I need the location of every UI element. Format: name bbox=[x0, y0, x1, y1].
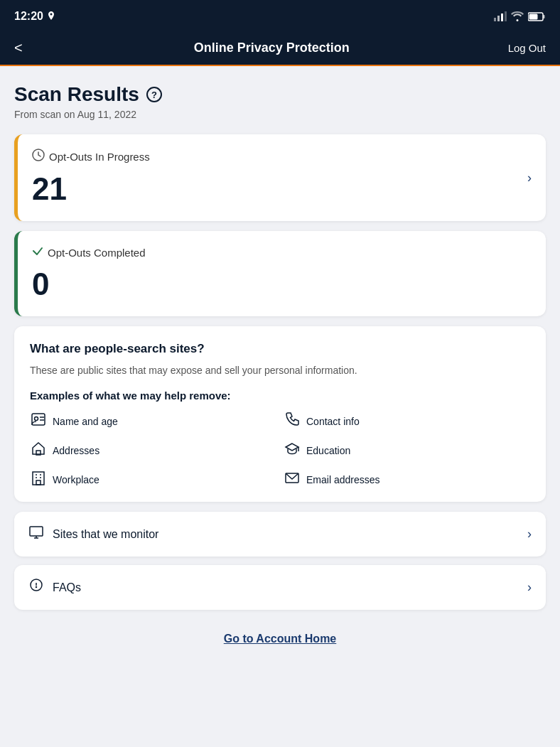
wifi-icon bbox=[511, 11, 524, 21]
sites-monitor-card[interactable]: Sites that we monitor › bbox=[14, 512, 546, 557]
contact-info-label: Contact info bbox=[306, 416, 360, 427]
example-education: Education bbox=[284, 441, 530, 460]
info-card-title: What are people-search sites? bbox=[30, 342, 530, 356]
opt-outs-in-progress-count: 21 bbox=[32, 171, 532, 207]
name-age-label: Name and age bbox=[53, 416, 118, 427]
home-icon bbox=[30, 441, 47, 460]
scan-results-title: Scan Results bbox=[14, 83, 139, 106]
svg-rect-3 bbox=[505, 11, 507, 21]
svg-rect-0 bbox=[494, 18, 496, 21]
example-name-age: Name and age bbox=[30, 412, 276, 431]
example-contact-info: Contact info bbox=[284, 412, 530, 431]
svg-rect-6 bbox=[529, 14, 538, 19]
svg-rect-21 bbox=[30, 527, 43, 536]
signal-icon bbox=[494, 11, 507, 21]
building-icon bbox=[30, 470, 47, 489]
opt-outs-in-progress-card[interactable]: Opt-Outs In Progress 21 › bbox=[14, 134, 546, 221]
in-progress-icon bbox=[32, 149, 45, 164]
logout-button[interactable]: Log Out bbox=[508, 42, 546, 54]
nav-title: Online Privacy Protection bbox=[36, 41, 508, 55]
battery-icon bbox=[528, 12, 546, 21]
info-card: What are people-search sites? These are … bbox=[14, 326, 546, 502]
completed-icon bbox=[32, 245, 43, 259]
faqs-arrow[interactable]: › bbox=[527, 580, 532, 595]
opt-outs-completed-card: Opt-Outs Completed 0 bbox=[14, 231, 546, 316]
faqs-label: FAQs bbox=[53, 581, 81, 594]
phone-icon bbox=[284, 412, 301, 431]
back-button[interactable]: < bbox=[14, 40, 36, 56]
time-display: 12:20 bbox=[14, 10, 43, 23]
status-bar: 12:20 bbox=[0, 0, 560, 31]
example-workplace: Workplace bbox=[30, 470, 276, 489]
main-content: Scan Results ? From scan on Aug 11, 2022… bbox=[0, 66, 560, 742]
nav-bar: < Online Privacy Protection Log Out bbox=[0, 31, 560, 66]
info-card-desc: These are public sites that may expose a… bbox=[30, 363, 530, 378]
svg-rect-14 bbox=[33, 472, 44, 485]
faqs-left: FAQs bbox=[28, 578, 81, 597]
sites-monitor-label: Sites that we monitor bbox=[53, 528, 158, 541]
sites-monitor-arrow[interactable]: › bbox=[527, 527, 532, 542]
opt-outs-completed-label: Opt-Outs Completed bbox=[32, 245, 532, 259]
svg-rect-19 bbox=[36, 480, 41, 485]
examples-grid: Name and age Contact info bbox=[30, 412, 530, 489]
education-label: Education bbox=[306, 445, 350, 456]
faqs-card[interactable]: FAQs › bbox=[14, 565, 546, 610]
portrait-icon bbox=[30, 412, 47, 431]
email-label: Email addresses bbox=[306, 474, 380, 485]
scan-header: Scan Results ? From scan on Aug 11, 2022 bbox=[14, 83, 546, 120]
workplace-label: Workplace bbox=[53, 474, 99, 485]
opt-outs-completed-count: 0 bbox=[32, 267, 532, 302]
addresses-label: Addresses bbox=[53, 445, 99, 456]
monitor-icon bbox=[28, 525, 44, 544]
opt-outs-in-progress-label: Opt-Outs In Progress bbox=[32, 149, 532, 164]
opt-outs-in-progress-arrow[interactable]: › bbox=[527, 171, 532, 186]
status-time: 12:20 bbox=[14, 10, 55, 23]
bottom-link-section: Go to Account Home bbox=[14, 618, 546, 652]
help-icon[interactable]: ? bbox=[146, 87, 162, 102]
scan-date: From scan on Aug 11, 2022 bbox=[14, 109, 546, 120]
svg-rect-5 bbox=[543, 15, 545, 18]
svg-point-26 bbox=[36, 587, 37, 588]
education-icon bbox=[284, 441, 301, 460]
example-email: Email addresses bbox=[284, 470, 530, 489]
info-card-examples-title: Examples of what we may help remove: bbox=[30, 389, 530, 402]
sites-monitor-left: Sites that we monitor bbox=[28, 525, 158, 544]
chat-icon bbox=[28, 578, 44, 597]
email-icon bbox=[284, 470, 301, 489]
svg-rect-2 bbox=[501, 14, 503, 21]
go-to-account-home-link[interactable]: Go to Account Home bbox=[224, 633, 337, 645]
status-icons bbox=[494, 11, 546, 21]
svg-rect-1 bbox=[497, 16, 500, 21]
svg-point-9 bbox=[35, 417, 38, 421]
example-addresses: Addresses bbox=[30, 441, 276, 460]
scan-title-row: Scan Results ? bbox=[14, 83, 546, 106]
location-icon bbox=[47, 11, 55, 21]
